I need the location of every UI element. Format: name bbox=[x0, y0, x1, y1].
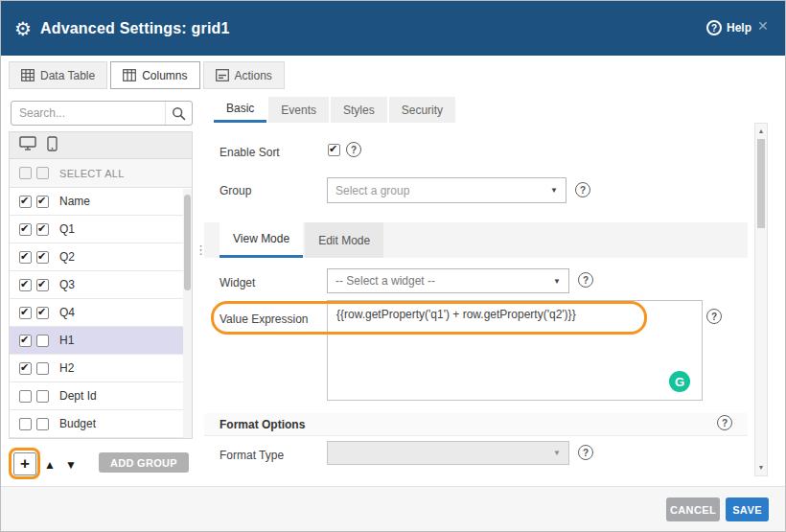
help-label: Help bbox=[727, 21, 751, 35]
select-all-mobile-checkbox[interactable] bbox=[36, 167, 49, 179]
column-list-item[interactable]: Q3 bbox=[10, 271, 192, 299]
desktop-checkbox[interactable] bbox=[19, 362, 32, 375]
column-name: H2 bbox=[59, 361, 74, 375]
tab-basic[interactable]: Basic bbox=[214, 97, 266, 123]
desktop-checkbox[interactable] bbox=[19, 223, 32, 236]
tab-edit-mode[interactable]: Edit Mode bbox=[305, 222, 383, 258]
scrollbar-thumb[interactable] bbox=[184, 195, 191, 290]
column-list-item[interactable]: Dept Id bbox=[10, 382, 192, 410]
caret-down-icon: ▼ bbox=[553, 277, 561, 286]
tab-events[interactable]: Events bbox=[268, 97, 329, 123]
main-tabs: Data Table Columns Actions bbox=[9, 61, 285, 89]
device-header-row bbox=[10, 132, 192, 159]
tab-view-mode[interactable]: View Mode bbox=[220, 222, 303, 258]
search-input[interactable] bbox=[12, 106, 165, 120]
caret-down-icon: ▼ bbox=[550, 186, 558, 195]
mobile-checkbox[interactable] bbox=[36, 418, 49, 430]
value-expression-help-icon[interactable]: ? bbox=[706, 309, 722, 324]
widget-select-value: -- Select a widget -- bbox=[335, 274, 547, 288]
column-name: H1 bbox=[59, 334, 74, 347]
scrollbar-thumb[interactable] bbox=[757, 139, 765, 228]
desktop-checkbox[interactable] bbox=[19, 279, 32, 291]
enable-sort-checkbox[interactable] bbox=[328, 144, 340, 156]
widget-select[interactable]: -- Select a widget -- ▼ bbox=[327, 268, 569, 293]
caret-down-icon: ▼ bbox=[553, 449, 561, 457]
mobile-checkbox[interactable] bbox=[36, 335, 49, 347]
widget-help-icon[interactable]: ? bbox=[578, 272, 593, 288]
scroll-down-icon[interactable]: ▼ bbox=[755, 462, 767, 474]
mobile-icon bbox=[47, 136, 58, 155]
format-options-help-icon[interactable]: ? bbox=[717, 415, 732, 430]
group-select[interactable]: Select a group ▼ bbox=[327, 177, 566, 203]
tab-columns[interactable]: Columns bbox=[110, 61, 199, 89]
mobile-checkbox[interactable] bbox=[36, 307, 49, 319]
column-list-scrollbar[interactable] bbox=[183, 189, 192, 438]
tab-label: Columns bbox=[142, 69, 187, 82]
select-all-desktop-checkbox[interactable] bbox=[19, 167, 32, 179]
column-list-item[interactable]: Q4 bbox=[10, 299, 192, 327]
tab-label: View Mode bbox=[233, 232, 289, 245]
tab-actions[interactable]: Actions bbox=[203, 61, 285, 89]
format-options-label: Format Options bbox=[220, 418, 305, 431]
mobile-checkbox[interactable] bbox=[36, 390, 49, 403]
column-list-item[interactable]: Q1 bbox=[10, 216, 192, 243]
tab-label: Actions bbox=[235, 69, 272, 82]
group-label: Group bbox=[220, 184, 251, 197]
scroll-up-icon[interactable]: ▲ bbox=[755, 126, 767, 137]
right-panel-scrollbar[interactable]: ▲ ▼ bbox=[754, 123, 768, 476]
format-type-help-icon[interactable]: ? bbox=[578, 445, 593, 460]
column-list-panel: SELECT ALL Name Q1 Q2 Q3 Q4 H1 bbox=[9, 131, 193, 439]
mobile-checkbox[interactable] bbox=[36, 223, 49, 236]
column-name: Q3 bbox=[59, 278, 75, 291]
dialog-title: Advanced Settings: grid1 bbox=[40, 20, 230, 37]
move-column-down-button[interactable]: ▼ bbox=[65, 458, 77, 472]
desktop-checkbox[interactable] bbox=[19, 418, 32, 430]
desktop-checkbox[interactable] bbox=[19, 196, 32, 208]
move-column-up-button[interactable]: ▲ bbox=[44, 458, 56, 472]
tab-label: Edit Mode bbox=[318, 234, 370, 247]
search-icon[interactable] bbox=[165, 102, 192, 125]
gear-icon: ⚙ bbox=[14, 19, 32, 38]
enable-sort-help-icon[interactable]: ? bbox=[346, 142, 361, 157]
mobile-checkbox[interactable] bbox=[36, 251, 49, 264]
column-list-item[interactable]: Name bbox=[10, 188, 192, 216]
tab-styles[interactable]: Styles bbox=[331, 97, 387, 123]
mobile-checkbox[interactable] bbox=[36, 279, 49, 291]
mobile-checkbox[interactable] bbox=[36, 362, 49, 375]
tab-data-table[interactable]: Data Table bbox=[9, 61, 107, 89]
format-type-select: ▼ bbox=[327, 441, 569, 465]
desktop-checkbox[interactable] bbox=[19, 390, 32, 403]
triangle-down-icon: ▼ bbox=[65, 458, 77, 472]
column-list-item[interactable]: H2 bbox=[10, 355, 192, 382]
desktop-checkbox[interactable] bbox=[19, 251, 32, 264]
help-link[interactable]: ? Help bbox=[706, 20, 751, 35]
tab-label: Data Table bbox=[40, 69, 95, 82]
close-button[interactable]: ✕ bbox=[757, 18, 769, 34]
add-group-button[interactable]: ADD GROUP bbox=[99, 452, 189, 473]
plus-icon: + bbox=[20, 454, 30, 473]
column-search-box bbox=[11, 101, 193, 126]
triangle-up-icon: ▲ bbox=[44, 458, 56, 472]
save-button[interactable]: SAVE bbox=[726, 497, 769, 521]
data-table-icon bbox=[21, 69, 35, 81]
column-list-item[interactable]: Budget bbox=[10, 410, 192, 438]
desktop-checkbox[interactable] bbox=[19, 307, 32, 319]
mobile-checkbox[interactable] bbox=[36, 196, 49, 208]
column-list: Name Q1 Q2 Q3 Q4 H1 H2 De bbox=[10, 188, 192, 438]
add-column-button[interactable]: + bbox=[13, 452, 36, 475]
cancel-button[interactable]: CANCEL bbox=[666, 497, 720, 521]
group-help-icon[interactable]: ? bbox=[575, 182, 590, 197]
select-all-label: SELECT ALL bbox=[59, 168, 125, 179]
column-name: Q1 bbox=[59, 222, 75, 236]
value-expression-textarea[interactable]: {{row.getProperty('q1') + row.getPropert… bbox=[327, 300, 703, 401]
column-list-item[interactable]: H1 bbox=[10, 327, 192, 355]
grammarly-icon[interactable]: G bbox=[669, 371, 690, 392]
column-name: Q4 bbox=[59, 306, 75, 319]
actions-icon bbox=[216, 69, 229, 81]
settings-tabs: Basic Events Styles Security bbox=[214, 97, 455, 123]
value-expression-label: Value Expression bbox=[220, 312, 309, 326]
column-list-item[interactable]: Q2 bbox=[10, 243, 192, 271]
tab-security[interactable]: Security bbox=[389, 97, 455, 123]
column-name: Q2 bbox=[59, 250, 75, 264]
desktop-checkbox[interactable] bbox=[19, 335, 32, 347]
